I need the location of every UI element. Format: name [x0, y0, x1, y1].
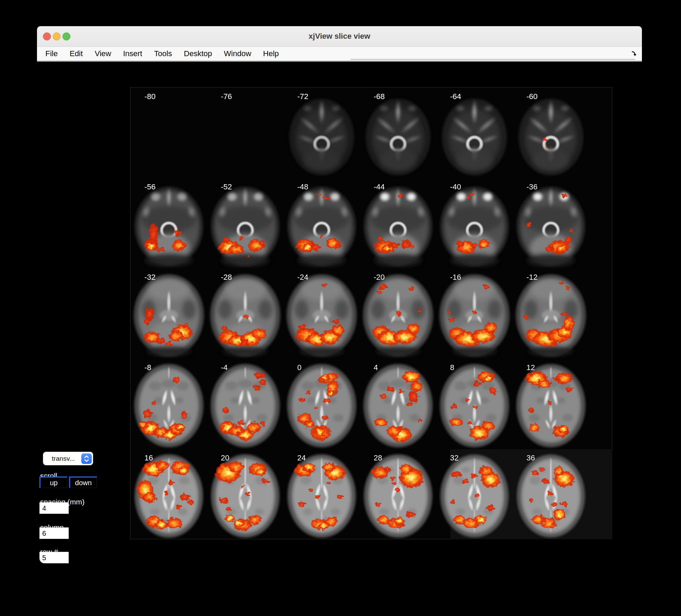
brain-slice-image — [436, 268, 512, 359]
slice-cell: -8 — [130, 359, 207, 449]
brain-slice-image — [283, 178, 360, 268]
slice-cell: -72 — [283, 88, 360, 178]
slice-label: -80 — [144, 92, 156, 101]
screen-background: xjView slice view FileEditViewInsertTool… — [0, 0, 681, 616]
slice-label: -20 — [374, 273, 385, 282]
slice-cell: -80 — [130, 88, 207, 178]
brain-slice-image — [512, 268, 589, 359]
slice-label: -60 — [526, 92, 538, 101]
slice-cell: -68 — [360, 88, 436, 178]
slice-cell: -24 — [283, 268, 360, 359]
menu-desktop[interactable]: Desktop — [184, 49, 212, 58]
slice-cell: -52 — [207, 178, 283, 268]
menu-file[interactable]: File — [45, 49, 58, 58]
slice-cell: -12 — [512, 268, 589, 359]
slice-label: 16 — [144, 453, 153, 463]
brain-slice-image — [207, 359, 283, 449]
scroll-up-button[interactable]: up — [39, 476, 67, 488]
slice-label: -76 — [221, 92, 232, 101]
slice-grid-panel: -80-76-72-68-64-60-56-52-48-44-40-36-32-… — [130, 87, 612, 539]
slice-label: -28 — [221, 273, 232, 282]
slice-cell: -44 — [360, 178, 436, 268]
menu-edit[interactable]: Edit — [69, 49, 83, 58]
brain-slice-image — [512, 178, 589, 268]
brain-slice-image — [207, 268, 283, 359]
slice-cell: 4 — [360, 359, 436, 449]
slice-label: 0 — [297, 363, 301, 372]
slice-label: 4 — [374, 363, 378, 372]
slice-cell: -48 — [283, 178, 360, 268]
slice-label: -52 — [221, 182, 232, 191]
menu-tools[interactable]: Tools — [154, 49, 172, 58]
slice-label: 12 — [526, 363, 535, 372]
menu-view[interactable]: View — [95, 49, 111, 58]
brain-slice-image — [130, 88, 207, 178]
slice-label: -40 — [450, 182, 461, 191]
scroll-down-button[interactable]: down — [69, 476, 97, 488]
brain-slice-image — [360, 359, 436, 449]
slice-cell: -4 — [207, 359, 283, 449]
slice-label: -72 — [297, 92, 308, 101]
slice-label: -16 — [450, 273, 461, 282]
row-number-input[interactable]: 5 — [39, 552, 69, 563]
brain-slice-image — [512, 88, 589, 178]
slice-label: 8 — [450, 363, 454, 372]
slice-label: -12 — [526, 273, 538, 282]
slice-label: -48 — [297, 182, 308, 191]
slice-cell: -28 — [207, 268, 283, 359]
slice-label: -64 — [450, 92, 461, 101]
slice-cell: -60 — [512, 88, 589, 178]
slice-cell: 20 — [207, 449, 283, 539]
slice-cell: 28 — [360, 449, 436, 539]
xjview-window: xjView slice view FileEditViewInsertTool… — [37, 26, 642, 565]
slice-cell: -76 — [207, 88, 283, 178]
menu-insert[interactable]: Insert — [123, 49, 142, 58]
slice-label: -24 — [297, 273, 308, 282]
menu-help[interactable]: Help — [263, 49, 279, 58]
brain-slice-image — [436, 359, 512, 449]
slice-label: 24 — [297, 453, 306, 463]
brain-slice-image — [436, 178, 512, 268]
slice-cell: 32 — [436, 449, 512, 539]
slice-cell: -20 — [360, 268, 436, 359]
brain-slice-image — [360, 178, 436, 268]
brain-slice-image — [360, 449, 436, 539]
brain-slice-image — [130, 178, 207, 268]
menu-window[interactable]: Window — [224, 49, 251, 58]
slice-label: -4 — [221, 363, 228, 372]
brain-slice-image — [283, 88, 360, 178]
dock-arrow-icon[interactable] — [631, 50, 637, 57]
brain-slice-image — [207, 88, 283, 178]
slice-label: 20 — [221, 453, 229, 463]
slice-cell: -36 — [512, 178, 589, 268]
slice-cell: -16 — [436, 268, 512, 359]
brain-slice-image — [512, 449, 589, 539]
menu-bar: FileEditViewInsertToolsDesktopWindowHelp — [37, 47, 642, 62]
brain-slice-image — [283, 359, 360, 449]
window-title: xjView slice view — [37, 26, 642, 46]
spacing-input[interactable]: 4 — [39, 502, 69, 514]
column-input[interactable]: 6 — [39, 527, 69, 539]
slice-label: -68 — [374, 92, 385, 101]
slice-label: 36 — [526, 453, 535, 463]
brain-slice-image — [436, 88, 512, 178]
select-chevrons-icon — [81, 453, 92, 464]
window-titlebar[interactable]: xjView slice view — [37, 26, 642, 47]
brain-slice-image — [130, 359, 207, 449]
brain-slice-image — [360, 88, 436, 178]
brain-slice-image — [130, 268, 207, 359]
menu-items: FileEditViewInsertToolsDesktopWindowHelp — [45, 47, 279, 61]
slice-cell: 12 — [512, 359, 589, 449]
brain-slice-image — [436, 449, 512, 539]
slice-label: 28 — [374, 453, 382, 463]
brain-slice-image — [207, 178, 283, 268]
slice-label: -8 — [144, 363, 151, 372]
slice-label: -44 — [374, 182, 385, 191]
orientation-select[interactable]: transv... — [43, 452, 93, 465]
brain-slice-image — [283, 268, 360, 359]
brain-slice-image — [283, 449, 360, 539]
brain-slice-image — [360, 268, 436, 359]
slice-cell: -64 — [436, 88, 512, 178]
brain-slice-image — [207, 449, 283, 539]
slice-cell: -40 — [436, 178, 512, 268]
